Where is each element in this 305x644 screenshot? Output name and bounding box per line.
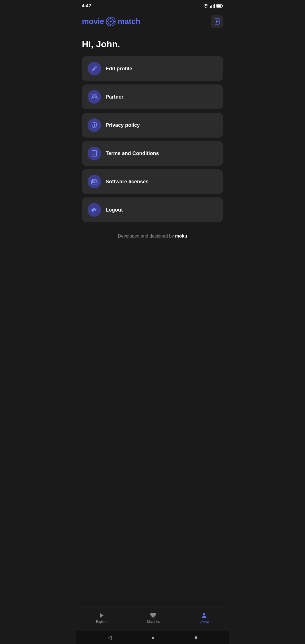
app-header: movie match: [76, 11, 229, 33]
licenses-icon: [91, 178, 98, 185]
wifi-icon: [203, 4, 208, 8]
menu-section: Edit profile Partner Privacy policy: [76, 56, 229, 222]
terms-label: Terms and Conditions: [106, 151, 159, 156]
android-nav: ◁ ● ■: [76, 631, 229, 644]
edit-profile-icon-wrapper: [88, 62, 101, 75]
privacy-icon: [91, 122, 98, 129]
logo: movie match: [82, 16, 140, 27]
explore-label: Explore: [96, 620, 108, 624]
matches-label: Matches: [147, 620, 160, 624]
greeting-section: Hi, John.: [76, 33, 229, 56]
logout-label: Logout: [106, 207, 123, 213]
logout-icon-wrapper: [88, 203, 101, 217]
logo-target-icon: [106, 16, 116, 27]
status-icons: [203, 4, 223, 8]
partner-button[interactable]: Partner: [82, 84, 223, 109]
matches-icon: [150, 612, 157, 619]
home-button[interactable]: ●: [151, 635, 154, 641]
privacy-policy-label: Privacy policy: [106, 122, 140, 128]
logout-icon: [91, 206, 98, 214]
battery-icon: [216, 4, 223, 8]
profile-icon: [201, 612, 208, 619]
privacy-policy-button[interactable]: Privacy policy: [82, 113, 223, 138]
svg-point-18: [92, 95, 94, 97]
profile-label: Profile: [199, 620, 209, 624]
software-licenses-button[interactable]: Software licenses: [82, 169, 223, 194]
svg-marker-30: [100, 613, 104, 618]
svg-rect-7: [222, 5, 223, 7]
footer-text: Developed and designed by moku: [118, 234, 187, 239]
svg-rect-2: [212, 5, 212, 8]
recent-button[interactable]: ■: [194, 635, 197, 641]
software-licenses-label: Software licenses: [106, 179, 149, 185]
explore-icon: [98, 612, 105, 619]
play-icon: [214, 18, 220, 25]
terms-icon-wrapper: [88, 147, 101, 160]
privacy-icon-wrapper: [88, 118, 101, 132]
footer-developed-text: Developed and designed by: [118, 234, 175, 238]
partner-icon: [90, 93, 98, 100]
greeting-text: Hi, John.: [82, 39, 223, 49]
svg-rect-4: [214, 4, 215, 8]
licenses-icon-wrapper: [88, 175, 101, 188]
footer-section: Developed and designed by moku: [76, 222, 229, 608]
nav-matches[interactable]: Matches: [141, 611, 165, 625]
svg-rect-22: [92, 151, 97, 156]
nav-profile[interactable]: Profile: [194, 611, 215, 625]
svg-rect-6: [217, 5, 221, 7]
status-time: 4:42: [82, 3, 91, 8]
partner-icon-wrapper: [88, 90, 101, 104]
logo-text-match: match: [117, 17, 140, 26]
partner-label: Partner: [106, 94, 123, 100]
terms-button[interactable]: Terms and Conditions: [82, 141, 223, 166]
bottom-nav: Explore Matches Profile: [76, 608, 229, 631]
edit-profile-button[interactable]: Edit profile: [82, 56, 223, 81]
svg-point-31: [203, 613, 205, 615]
edit-icon: [91, 65, 98, 72]
logo-text-movie: movie: [82, 17, 104, 26]
play-collection-button[interactable]: [211, 15, 223, 28]
terms-icon: [91, 150, 98, 157]
svg-marker-16: [216, 20, 219, 23]
svg-point-0: [205, 7, 206, 8]
nav-explore[interactable]: Explore: [90, 611, 113, 625]
svg-rect-3: [213, 5, 213, 8]
edit-profile-label: Edit profile: [106, 66, 132, 72]
svg-point-10: [110, 20, 112, 22]
status-bar: 4:42: [76, 0, 229, 11]
svg-rect-1: [210, 6, 211, 8]
back-button[interactable]: ◁: [108, 634, 112, 641]
footer-moku-link[interactable]: moku: [175, 234, 187, 238]
svg-point-19: [95, 95, 97, 97]
logout-button[interactable]: Logout: [82, 197, 223, 222]
signal-icon: [210, 4, 215, 8]
